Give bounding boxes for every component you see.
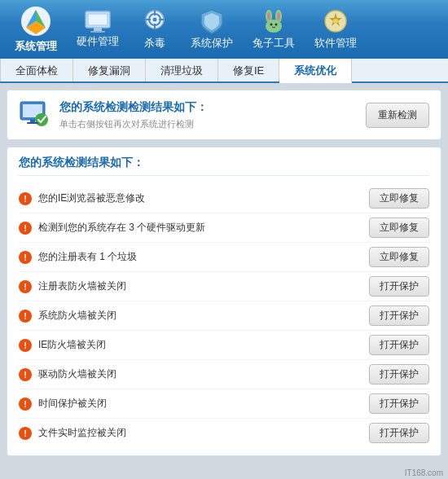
nav-hardware[interactable]: 硬件管理 bbox=[68, 5, 127, 54]
svg-rect-25 bbox=[27, 122, 38, 124]
result-left-8: ! 文件实时监控被关闭 bbox=[19, 426, 369, 440]
table-row: ! 时间保护被关闭 打开保护 bbox=[19, 389, 429, 419]
action-button-1[interactable]: 立即修复 bbox=[369, 218, 429, 238]
svg-point-15 bbox=[267, 12, 270, 20]
action-button-3[interactable]: 打开保护 bbox=[369, 276, 429, 297]
action-button-2[interactable]: 立即修复 bbox=[369, 247, 429, 267]
action-button-7[interactable]: 打开保护 bbox=[369, 393, 429, 414]
tab-repairie[interactable]: 修复IE bbox=[218, 59, 279, 81]
tab-fullcheck[interactable]: 全面体检 bbox=[0, 59, 73, 81]
action-button-4[interactable]: 打开保护 bbox=[369, 305, 429, 326]
svg-rect-2 bbox=[88, 14, 108, 25]
nav-kill[interactable]: 杀毒 bbox=[130, 5, 179, 54]
result-text-0: 您的IE浏览器被恶意修改 bbox=[38, 191, 145, 205]
computer-icon bbox=[19, 99, 51, 131]
logo-label: 系统管理 bbox=[15, 39, 57, 54]
nav-protection-label: 系统保护 bbox=[191, 36, 233, 51]
logo[interactable]: 系统管理 bbox=[7, 5, 65, 54]
summary-lines: 您的系统检测检测结果如下： 单击右侧按钮再次对系统进行检测 bbox=[59, 100, 208, 130]
svg-point-18 bbox=[275, 24, 278, 26]
tab-repairloop[interactable]: 修复漏洞 bbox=[73, 59, 146, 81]
result-left-2: ! 您的注册表有 1 个垃圾 bbox=[19, 250, 369, 264]
result-text-3: 注册表防火墙被关闭 bbox=[38, 279, 126, 293]
action-button-0[interactable]: 立即修复 bbox=[369, 188, 429, 209]
software-icon bbox=[321, 8, 350, 34]
svg-rect-24 bbox=[30, 120, 35, 122]
tab-cleanjunk[interactable]: 清理垃圾 bbox=[146, 59, 218, 81]
action-button-6[interactable]: 打开保护 bbox=[369, 364, 429, 385]
svg-point-17 bbox=[270, 24, 273, 26]
warn-icon-4: ! bbox=[19, 310, 32, 323]
table-row: ! 您的IE浏览器被恶意修改 立即修复 bbox=[19, 184, 429, 213]
nav-hardware-label: 硬件管理 bbox=[77, 34, 119, 49]
table-row: ! 您的注册表有 1 个垃圾 立即修复 bbox=[19, 243, 429, 272]
warn-icon-7: ! bbox=[19, 398, 32, 411]
nav-software-label: 软件管理 bbox=[314, 36, 357, 51]
result-text-7: 时间保护被关闭 bbox=[38, 397, 107, 411]
result-text-1: 检测到您的系统存在 3 个硬件驱动更新 bbox=[38, 221, 205, 235]
result-left-6: ! 驱动防火墙被关闭 bbox=[19, 367, 369, 381]
result-text-8: 文件实时监控被关闭 bbox=[38, 426, 126, 440]
tab-bar: 全面体检 修复漏洞 清理垃圾 修复IE 系统优化 bbox=[0, 59, 448, 83]
svg-rect-4 bbox=[90, 31, 105, 33]
nav-protection[interactable]: 系统保护 bbox=[182, 5, 241, 54]
table-row: ! 检测到您的系统存在 3 个硬件驱动更新 立即修复 bbox=[19, 213, 429, 243]
top-nav-bar: 系统管理 硬件管理 杀毒 bbox=[0, 0, 448, 59]
warn-icon-1: ! bbox=[19, 222, 32, 235]
svg-point-16 bbox=[277, 12, 280, 20]
hardware-icon bbox=[83, 10, 112, 33]
result-left-7: ! 时间保护被关闭 bbox=[19, 397, 369, 411]
svg-point-20 bbox=[333, 19, 338, 24]
warn-icon-6: ! bbox=[19, 368, 32, 381]
warn-icon-2: ! bbox=[19, 251, 32, 264]
svg-point-11 bbox=[153, 18, 157, 22]
warn-icon-0: ! bbox=[19, 192, 32, 205]
result-rows: ! 您的IE浏览器被恶意修改 立即修复 ! 检测到您的系统存在 3 个硬件驱动更… bbox=[19, 184, 429, 447]
result-left-3: ! 注册表防火墙被关闭 bbox=[19, 279, 369, 293]
result-text-2: 您的注册表有 1 个垃圾 bbox=[38, 250, 137, 264]
table-row: ! 文件实时监控被关闭 打开保护 bbox=[19, 419, 429, 447]
result-left-4: ! 系统防火墙被关闭 bbox=[19, 309, 369, 323]
warn-icon-5: ! bbox=[19, 339, 32, 352]
results-title: 您的系统检测结果如下： bbox=[19, 156, 429, 176]
action-button-8[interactable]: 打开保护 bbox=[369, 423, 429, 443]
recheck-button[interactable]: 重新检测 bbox=[366, 103, 429, 128]
svg-rect-3 bbox=[94, 28, 102, 31]
watermark: IT168.com bbox=[405, 468, 443, 477]
table-row: ! 系统防火墙被关闭 打开保护 bbox=[19, 301, 429, 331]
warn-icon-8: ! bbox=[19, 427, 32, 440]
result-text-5: IE防火墙被关闭 bbox=[38, 338, 106, 352]
result-left-5: ! IE防火墙被关闭 bbox=[19, 338, 369, 352]
rabbit-icon bbox=[259, 8, 288, 34]
result-text-4: 系统防火墙被关闭 bbox=[38, 309, 116, 323]
tab-optimize[interactable]: 系统优化 bbox=[279, 59, 352, 83]
result-left-0: ! 您的IE浏览器被恶意修改 bbox=[19, 191, 369, 205]
nav-rabbit-label: 兔子工具 bbox=[253, 36, 295, 51]
nav-software[interactable]: 软件管理 bbox=[306, 5, 365, 54]
warn-icon-3: ! bbox=[19, 280, 32, 293]
protection-icon bbox=[197, 8, 226, 34]
summary-text-area: 您的系统检测检测结果如下： 单击右侧按钮再次对系统进行检测 bbox=[19, 99, 208, 131]
svg-point-23 bbox=[35, 113, 48, 126]
summary-title: 您的系统检测检测结果如下： bbox=[59, 100, 208, 115]
table-row: ! IE防火墙被关闭 打开保护 bbox=[19, 331, 429, 360]
nav-rabbit[interactable]: 兔子工具 bbox=[244, 5, 303, 54]
logo-icon bbox=[20, 5, 52, 37]
result-left-1: ! 检测到您的系统存在 3 个硬件驱动更新 bbox=[19, 221, 369, 235]
action-button-5[interactable]: 打开保护 bbox=[369, 335, 429, 355]
table-row: ! 驱动防火墙被关闭 打开保护 bbox=[19, 360, 429, 389]
result-text-6: 驱动防火墙被关闭 bbox=[38, 367, 116, 381]
summary-subtitle: 单击右侧按钮再次对系统进行检测 bbox=[59, 118, 208, 130]
nav-kill-label: 杀毒 bbox=[144, 36, 165, 51]
kill-icon bbox=[140, 8, 169, 34]
results-area: 您的系统检测结果如下： ! 您的IE浏览器被恶意修改 立即修复 ! 检测到您的系… bbox=[7, 147, 441, 456]
table-row: ! 注册表防火墙被关闭 打开保护 bbox=[19, 272, 429, 301]
summary-banner: 您的系统检测检测结果如下： 单击右侧按钮再次对系统进行检测 重新检测 bbox=[7, 90, 441, 140]
